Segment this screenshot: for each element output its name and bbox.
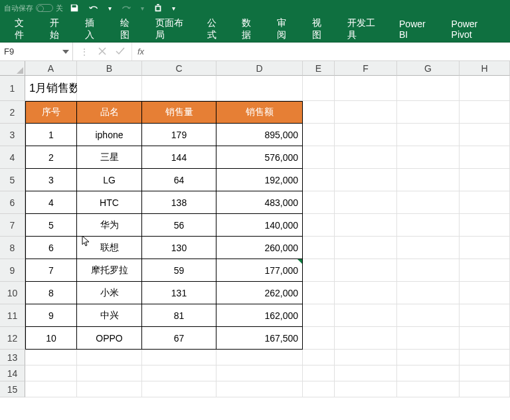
cell-H13[interactable]	[460, 350, 510, 366]
table-cell-amt[interactable]: 262,000	[216, 282, 303, 304]
cell-F10[interactable]	[335, 282, 397, 304]
cell-F8[interactable]	[335, 237, 397, 259]
row-header-1[interactable]: 1	[0, 76, 25, 101]
cell-F3[interactable]	[335, 124, 397, 146]
cell-G3[interactable]	[397, 124, 460, 146]
cell-B15[interactable]	[77, 381, 142, 397]
enter-icon[interactable]	[116, 47, 125, 57]
cell-D14[interactable]	[216, 366, 303, 381]
name-box-dropdown-icon[interactable]	[60, 43, 72, 60]
table-cell-amt[interactable]: 140,000	[216, 214, 303, 237]
cell-E15[interactable]	[303, 381, 335, 397]
cell-F2[interactable]	[335, 101, 397, 124]
cell-H3[interactable]	[460, 124, 510, 146]
table-cell-qty[interactable]: 64	[142, 169, 216, 191]
cell-F9[interactable]	[335, 259, 397, 282]
table-cell-amt[interactable]: 177,000	[216, 259, 303, 282]
cell-E10[interactable]	[303, 282, 335, 304]
cell-E11[interactable]	[303, 304, 335, 327]
redo-dropdown-icon[interactable]: ▾	[141, 5, 144, 12]
table-cell-qty[interactable]: 179	[142, 124, 216, 146]
redo-icon[interactable]	[121, 3, 131, 13]
cell-H10[interactable]	[460, 282, 510, 304]
column-header-A[interactable]: A	[25, 61, 77, 76]
cell-E3[interactable]	[303, 124, 335, 146]
table-cell-amt[interactable]: 162,000	[216, 304, 303, 327]
table-cell-amt[interactable]: 895,000	[216, 124, 303, 146]
row-header-13[interactable]: 13	[0, 350, 25, 366]
cell-F15[interactable]	[335, 381, 397, 397]
save-icon[interactable]	[70, 3, 79, 13]
column-header-F[interactable]: F	[335, 61, 397, 76]
cell-B1[interactable]	[77, 76, 142, 101]
cell-H7[interactable]	[460, 214, 510, 237]
cell-G12[interactable]	[397, 327, 460, 350]
table-cell-no[interactable]: 4	[25, 191, 77, 214]
table-cell-qty[interactable]: 131	[142, 282, 216, 304]
tab-power-bi[interactable]: Power BI	[390, 16, 442, 43]
tab-data[interactable]: 数据	[232, 16, 268, 43]
table-cell-qty[interactable]: 56	[142, 214, 216, 237]
table-cell-name[interactable]: 联想	[77, 237, 142, 259]
row-header-5[interactable]: 5	[0, 169, 25, 191]
table-cell-amt[interactable]: 483,000	[216, 191, 303, 214]
formula-input[interactable]	[149, 43, 510, 60]
cell-E6[interactable]	[303, 191, 335, 214]
tab-insert[interactable]: 插入	[76, 16, 111, 43]
row-header-7[interactable]: 7	[0, 214, 25, 237]
row-header-6[interactable]: 6	[0, 191, 25, 214]
cell-F5[interactable]	[335, 169, 397, 191]
cell-H8[interactable]	[460, 237, 510, 259]
fx-label[interactable]: fx	[132, 43, 149, 60]
table-cell-no[interactable]: 1	[25, 124, 77, 146]
cell-C14[interactable]	[142, 366, 216, 381]
cell-G2[interactable]	[397, 101, 460, 124]
cell-F1[interactable]	[335, 76, 397, 101]
cell-H1[interactable]	[460, 76, 510, 101]
cell-H5[interactable]	[460, 169, 510, 191]
cell-E4[interactable]	[303, 146, 335, 169]
row-header-8[interactable]: 8	[0, 237, 25, 259]
row-header-4[interactable]: 4	[0, 146, 25, 169]
table-cell-qty[interactable]: 67	[142, 327, 216, 350]
tab-view[interactable]: 视图	[303, 16, 338, 43]
table-cell-amt[interactable]: 576,000	[216, 146, 303, 169]
sheet-title[interactable]: 1月销售数据	[25, 76, 77, 101]
table-cell-amt[interactable]: 192,000	[216, 169, 303, 191]
table-cell-name[interactable]: LG	[77, 169, 142, 191]
cell-A15[interactable]	[25, 381, 77, 397]
table-cell-no[interactable]: 7	[25, 259, 77, 282]
column-header-D[interactable]: D	[216, 61, 303, 76]
cell-E12[interactable]	[303, 327, 335, 350]
column-header-C[interactable]: C	[142, 61, 216, 76]
cell-G6[interactable]	[397, 191, 460, 214]
table-cell-name[interactable]: 三星	[77, 146, 142, 169]
table-cell-name[interactable]: 小米	[77, 282, 142, 304]
cell-D1[interactable]	[216, 76, 303, 101]
cell-G4[interactable]	[397, 146, 460, 169]
cell-F11[interactable]	[335, 304, 397, 327]
row-header-3[interactable]: 3	[0, 124, 25, 146]
cell-E7[interactable]	[303, 214, 335, 237]
cell-B14[interactable]	[77, 366, 142, 381]
table-header-2[interactable]: 销售量	[142, 101, 216, 124]
cell-G13[interactable]	[397, 350, 460, 366]
row-header-9[interactable]: 9	[0, 259, 25, 282]
table-cell-qty[interactable]: 130	[142, 237, 216, 259]
cell-F14[interactable]	[335, 366, 397, 381]
cell-E5[interactable]	[303, 169, 335, 191]
cell-H14[interactable]	[460, 366, 510, 381]
table-header-0[interactable]: 序号	[25, 101, 77, 124]
column-header-E[interactable]: E	[303, 61, 335, 76]
tab-review[interactable]: 审阅	[268, 16, 303, 43]
table-cell-no[interactable]: 3	[25, 169, 77, 191]
table-header-3[interactable]: 销售额	[216, 101, 303, 124]
worksheet-grid[interactable]: ABCDEFGH 123456789101112131415 1月销售数据序号品…	[0, 61, 510, 420]
table-cell-name[interactable]: 中兴	[77, 304, 142, 327]
cell-F6[interactable]	[335, 191, 397, 214]
qat-customize-icon[interactable]: ▾	[172, 5, 175, 12]
autosave-toggle[interactable]: 自动保存 关	[4, 3, 63, 13]
cell-G10[interactable]	[397, 282, 460, 304]
tab-developer[interactable]: 开发工具	[338, 16, 390, 43]
cell-H12[interactable]	[460, 327, 510, 350]
